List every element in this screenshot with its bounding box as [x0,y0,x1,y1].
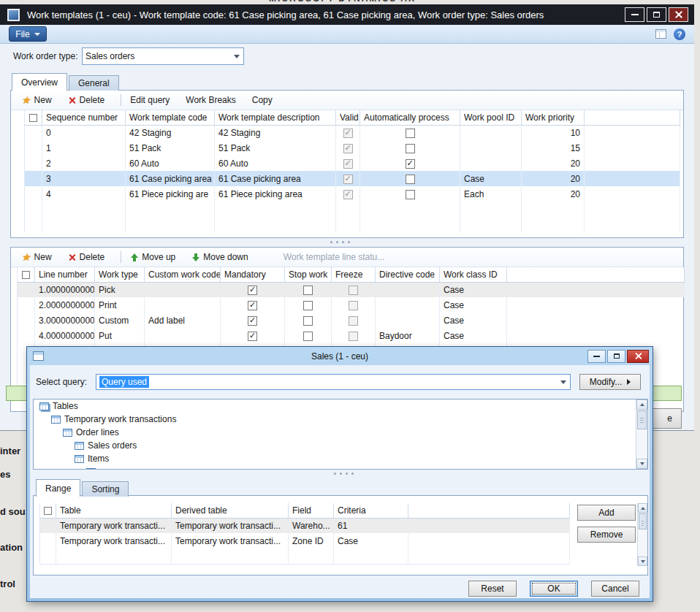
cell-code[interactable]: 51 Pack [126,140,215,156]
cell-work-type[interactable]: Custom [95,313,145,328]
mandatory-checkbox[interactable] [248,286,257,295]
tree-item-items[interactable]: Items [34,452,647,465]
mandatory-checkbox[interactable] [248,332,257,341]
col-work-type[interactable]: Work type [95,267,145,282]
auto-process-checkbox[interactable] [406,129,415,138]
copy-button[interactable]: Copy [252,95,273,105]
layout-icon[interactable] [655,29,666,39]
cell-valid[interactable] [336,125,360,140]
cell-pool[interactable]: Case [460,171,522,186]
cell-auto[interactable] [360,140,460,156]
scroll-up-button[interactable] [636,399,647,410]
col-work-template-description[interactable]: Work template description [215,110,336,125]
tree-item-temporary-work-transactions[interactable]: Temporary work transactions [34,413,647,426]
cell-derived-table[interactable]: Temporary work transacti... [172,518,289,533]
cell-freeze[interactable] [332,328,376,343]
col-line-number[interactable]: Line number [35,267,95,282]
cell-valid[interactable] [336,171,360,186]
cell-mandatory[interactable] [221,328,285,343]
ok-button[interactable]: OK [530,581,578,597]
auto-process-checkbox[interactable] [406,190,415,199]
col-table[interactable]: Table [56,503,172,518]
cell-field[interactable]: Wareho... [289,518,334,533]
col-work-pool-id[interactable]: Work pool ID [460,110,522,125]
delete-line-button[interactable]: Delete [68,252,105,262]
dialog-splitter-handle[interactable] [334,473,354,475]
minimize-button[interactable] [625,7,644,22]
stop-work-checkbox[interactable] [303,316,313,326]
minimize-button[interactable] [587,350,606,363]
cell-line-number[interactable]: 1.0000000000 [35,282,95,297]
table-row[interactable]: 3.0000000000 Custom Add label Case [18,313,685,328]
select-all-checkbox[interactable] [44,507,52,515]
mandatory-checkbox[interactable] [248,316,257,326]
cell-priority[interactable]: 20 [522,156,585,171]
cell-description[interactable]: 51 Pack [215,140,336,156]
cell-work-class-id[interactable]: Case [440,297,507,313]
cell-freeze[interactable] [332,282,376,297]
maximize-button[interactable] [647,7,666,22]
cell-auto[interactable] [360,125,460,140]
cell-work-class-id[interactable]: Case [440,313,507,328]
select-all-checkbox[interactable] [29,114,37,122]
cell-sequence[interactable]: 2 [42,156,126,171]
cell-code[interactable]: 61 Piece picking are [126,186,215,202]
move-up-button[interactable]: Move up [130,252,175,262]
edit-query-button[interactable]: Edit query [130,95,170,105]
select-all-header[interactable] [25,110,42,125]
maximize-button[interactable] [607,350,625,363]
table-row[interactable]: Temporary work transacti... Temporary wo… [40,533,570,548]
cell-description[interactable]: 61 Case picking area [215,171,336,186]
delete-button[interactable]: Delete [68,95,105,105]
table-row[interactable]: 4.0000000000 Put Baydoor Case [18,328,685,343]
cell-sequence[interactable]: 1 [42,140,126,156]
row-selector[interactable] [25,171,42,186]
scroll-down-button[interactable] [636,459,647,469]
work-order-type-select[interactable]: Sales orders [82,47,244,65]
row-selector[interactable] [18,282,35,297]
dropdown-button[interactable] [557,375,569,389]
cell-pool[interactable] [460,140,522,156]
cell-description[interactable]: 61 Piece picking area [215,186,336,202]
col-custom-work-code[interactable]: Custom work code [145,267,221,282]
table-row-selected[interactable]: Temporary work transacti... Temporary wo… [40,518,570,533]
cell-directive-code[interactable] [376,313,440,328]
cell-sequence[interactable]: 4 [42,186,126,202]
row-selector[interactable] [40,518,56,533]
cell-work-class-id[interactable]: Case [440,328,507,343]
cell-priority[interactable]: 15 [522,140,585,156]
col-field[interactable]: Field [289,503,334,518]
tab-overview[interactable]: Overview [12,73,67,91]
row-selector[interactable] [18,297,35,313]
row-selector[interactable] [18,313,35,328]
table-row[interactable]: 2.0000000000 Print Case [18,297,685,313]
row-selector[interactable] [25,186,42,202]
cell-auto[interactable] [360,156,460,171]
cell-custom-work-code[interactable] [145,282,221,297]
cell-directive-code[interactable] [376,282,440,297]
cell-line-number[interactable]: 2.0000000000 [35,297,95,313]
cell-directive-code[interactable] [376,297,440,313]
cell-custom-work-code[interactable]: Add label [145,313,221,328]
cell-mandatory[interactable] [221,313,285,328]
cell-stop-work[interactable] [285,313,332,328]
cell-mandatory[interactable] [221,282,285,297]
col-stop-work[interactable]: Stop work [285,267,332,282]
tree-item-sales-orders[interactable]: Sales orders [34,439,647,452]
cell-work-type[interactable]: Put [95,328,145,343]
close-button[interactable] [669,7,688,22]
cell-sequence[interactable]: 3 [42,171,126,186]
cell-custom-work-code[interactable] [145,328,221,343]
move-down-button[interactable]: Move down [191,252,248,262]
cell-valid[interactable] [336,186,360,202]
cell-stop-work[interactable] [285,297,332,313]
col-work-template-code[interactable]: Work template code [126,110,215,125]
select-all-checkbox[interactable] [22,271,30,279]
cell-code[interactable]: 60 Auto [126,156,215,171]
close-button[interactable] [627,350,649,363]
help-icon[interactable] [674,28,685,40]
cell-pool[interactable] [460,125,522,140]
col-freeze[interactable]: Freeze [332,267,376,282]
tree-item-order-lines[interactable]: Order lines [34,426,647,439]
cell-priority[interactable]: 10 [522,125,585,140]
